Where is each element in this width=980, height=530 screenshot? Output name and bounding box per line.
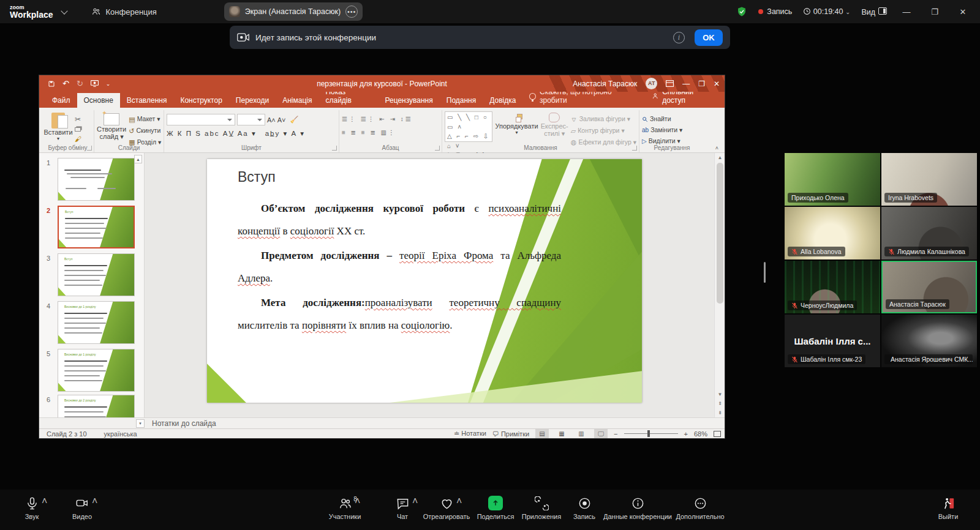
ribbon-tab-анімація[interactable]: Анімація: [276, 93, 318, 108]
next-slide-button[interactable]: ⇟: [715, 408, 725, 417]
grow-font-icon[interactable]: А˄: [267, 116, 276, 124]
language-indicator[interactable]: українська: [104, 430, 137, 438]
participant-tile-2[interactable]: Iryna Hrabovets: [881, 153, 977, 206]
participant-tile-4[interactable]: Людмила Калашнікова: [881, 207, 977, 259]
ppt-minimize-button[interactable]: —: [682, 80, 690, 88]
slide-thumbnail-3[interactable]: Вступ: [58, 253, 135, 296]
shapes-gallery[interactable]: ▭ ╲ ╲ □ ○ ▭ ˄ △ ⌐ ⌐ ⇨ ⇩ ⌂ ˅ ⌇ ⌒ ∿ { } ☆ …: [445, 111, 492, 142]
collapse-ribbon-icon[interactable]: ˄: [710, 145, 723, 152]
participant-tile-5[interactable]: ЧерноусЛюдмила: [785, 261, 880, 313]
slide-thumbnail-2[interactable]: Вступ: [58, 206, 135, 248]
view-button[interactable]: Вид: [861, 7, 887, 17]
notes-placeholder[interactable]: Нотатки до слайда: [152, 419, 216, 428]
ribbon-tab-подання[interactable]: Подання: [440, 93, 483, 108]
replace-button[interactable]: abЗамінити ▾: [642, 125, 682, 136]
chevron-up-icon[interactable]: ˄: [92, 496, 97, 507]
save-icon[interactable]: [48, 80, 55, 88]
participant-tile-3[interactable]: Alla Lobanova: [785, 207, 880, 259]
scrollbar-thumb[interactable]: [717, 163, 723, 304]
chevron-down-icon[interactable]: [61, 7, 67, 14]
tab-screen-share[interactable]: Экран (Анастасія Тарасюк) •••: [224, 2, 363, 21]
clear-format-icon[interactable]: 🧹: [290, 116, 299, 124]
ok-button[interactable]: OK: [695, 29, 723, 46]
new-slide-button[interactable]: Створитислайд ▾: [97, 111, 126, 143]
ribbon-tab-довідка[interactable]: Довідка: [483, 93, 522, 108]
ribbon-tab-вставлення[interactable]: Вставлення: [120, 93, 174, 108]
video-panel-scrollbar[interactable]: [764, 262, 766, 283]
previous-slide-button[interactable]: ⇞: [715, 399, 725, 408]
font-color-buttons[interactable]: ab̲y ▾ А ▾: [265, 129, 305, 138]
ribbon-options-icon[interactable]: [666, 80, 674, 87]
shape-fill-button[interactable]: 🜄Заливка фігури ▾: [571, 114, 636, 125]
chevron-up-icon[interactable]: ˄: [456, 496, 462, 507]
slide-thumbnail-5[interactable]: Висновки до 1 розділу: [58, 349, 135, 392]
ribbon-tab-переходи[interactable]: Переходи: [229, 93, 276, 108]
zoom-slider[interactable]: [624, 433, 678, 434]
slideshow-view-button[interactable]: 🖵: [594, 429, 608, 438]
slide-sorter-view-button[interactable]: ▦: [555, 429, 568, 438]
ribbon-tab-основне[interactable]: Основне: [77, 93, 120, 108]
participant-tile-7[interactable]: Шабалін Ілля с...Шабалін Ілля смк-23: [785, 315, 880, 367]
shrink-font-icon[interactable]: А˅: [277, 116, 286, 124]
minimize-button[interactable]: —: [898, 7, 915, 17]
align-buttons[interactable]: ≡ ≣ ≡ ≣ ▥⋮: [342, 128, 439, 137]
meeting-timer[interactable]: 00:19:40 ⌄: [803, 7, 850, 16]
dialog-launcher-icon[interactable]: [435, 146, 440, 151]
reset-button[interactable]: ↺Скинути: [129, 125, 161, 137]
toolbar-react-button[interactable]: Отреагировать: [418, 495, 475, 520]
font-style-buttons[interactable]: Ж К П S abc АV̲ Aa ▾: [167, 129, 257, 138]
list-indent-buttons[interactable]: ☰⋮ ☰⋮ ⇤ ⇥ ↕☰: [342, 114, 439, 124]
comments-toggle[interactable]: 🗩 Примітки: [492, 430, 529, 438]
fit-to-window-icon[interactable]: [714, 431, 721, 437]
notes-collapse-icon[interactable]: ▾: [136, 419, 145, 428]
undo-icon[interactable]: ↶: [62, 79, 69, 88]
quick-styles-button[interactable]: Експрес-стилі ▾: [541, 111, 568, 143]
slide-title[interactable]: Вступ: [238, 169, 276, 185]
close-button[interactable]: ✕: [954, 7, 971, 17]
participant-tile-1[interactable]: Приходько Олена: [785, 153, 880, 206]
toolbar-camera-button[interactable]: Видео: [54, 495, 110, 520]
ribbon-tab-рецензування[interactable]: Рецензування: [379, 93, 440, 108]
ribbon-tab-конструктор[interactable]: Конструктор: [173, 93, 228, 108]
ppt-close-button[interactable]: ✕: [714, 80, 720, 88]
copy-icon[interactable]: [75, 127, 81, 132]
participant-tile-8[interactable]: Анастасія Ярошевич СМК...: [881, 315, 977, 367]
normal-view-button[interactable]: ▤: [535, 429, 549, 438]
slide-body-text[interactable]: Об’єктом дослідження курсової роботи є п…: [238, 197, 561, 338]
qat-customize-icon[interactable]: ⌄: [106, 81, 111, 87]
reading-view-button[interactable]: ▥: [575, 429, 588, 438]
chevron-up-icon[interactable]: ˄: [355, 496, 360, 507]
tab-more-button[interactable]: •••: [345, 6, 358, 18]
paste-button[interactable]: Вставити▾: [44, 111, 72, 143]
cut-icon[interactable]: ✂: [75, 115, 81, 124]
redo-icon[interactable]: ↻: [77, 79, 83, 88]
chevron-up-icon[interactable]: ˄: [412, 496, 418, 507]
scroll-up-icon[interactable]: ▲: [715, 153, 725, 162]
dialog-launcher-icon[interactable]: [332, 146, 337, 151]
slide-thumbnail-1[interactable]: [58, 158, 135, 201]
arrange-button[interactable]: Упорядкувати▾: [495, 111, 538, 143]
toolbar-info-button[interactable]: Данные конференции: [609, 495, 666, 520]
chevron-up-icon[interactable]: ˄: [42, 496, 47, 507]
slide-canvas[interactable]: Вступ Об’єктом дослідження курсової робо…: [207, 159, 642, 403]
slide-thumbnail-6[interactable]: Висновки до 2 розділу: [58, 395, 135, 417]
dialog-launcher-icon[interactable]: [87, 146, 92, 151]
slide-thumbnail-4[interactable]: Висновки до 1 розділу: [58, 301, 135, 344]
recording-indicator[interactable]: Запись: [758, 7, 792, 16]
toolbar-leave-button[interactable]: Выйти: [920, 495, 976, 520]
vertical-scrollbar[interactable]: ▲ ▼ ⇞ ⇟: [714, 153, 725, 417]
scroll-down-icon[interactable]: ▼: [715, 390, 725, 399]
zoom-out-button[interactable]: −: [614, 430, 617, 438]
ppt-restore-button[interactable]: ❐: [698, 80, 705, 88]
tab-conference[interactable]: Конференция: [91, 7, 157, 17]
toolbar-more-button[interactable]: Дополнительно: [672, 495, 728, 520]
font-size-select[interactable]: [237, 114, 265, 125]
info-icon[interactable]: i: [673, 32, 685, 43]
notes-toggle[interactable]: ≐ Нотатки: [454, 430, 486, 438]
zoom-slider-handle[interactable]: [647, 430, 650, 437]
toolbar-participants-button[interactable]: Участники8: [317, 495, 373, 520]
zoom-percentage[interactable]: 68%: [694, 430, 707, 438]
ppt-user-avatar[interactable]: АТ: [646, 78, 657, 89]
participant-tile-6[interactable]: Анастасія Тарасюк: [881, 261, 977, 313]
restore-button[interactable]: ❐: [926, 7, 943, 17]
